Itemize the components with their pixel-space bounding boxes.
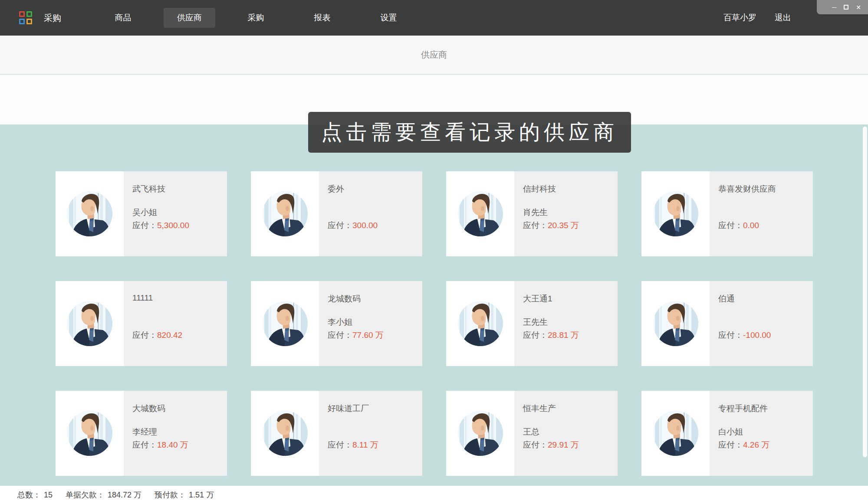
vertical-scrollbar[interactable] bbox=[863, 127, 867, 457]
payable-label: 应付： bbox=[718, 331, 743, 340]
payable-amount: 0.00 bbox=[743, 221, 759, 230]
supplier-payable: 应付：29.91 万 bbox=[523, 439, 579, 451]
nav-item-products[interactable]: 商品 bbox=[90, 0, 156, 36]
supplier-name: 好味道工厂 bbox=[328, 403, 369, 414]
stat-prepay-value: 1.51 万 bbox=[189, 490, 214, 500]
supplier-contact: 李经理 bbox=[132, 426, 157, 438]
nav-item-reports[interactable]: 报表 bbox=[289, 0, 355, 36]
payable-amount: 5,300.00 bbox=[157, 221, 189, 230]
payable-label: 应付： bbox=[328, 440, 352, 449]
avatar bbox=[263, 411, 308, 456]
supplier-list-area: 武飞科技 吴小姐 应付：5,300.00 bbox=[0, 124, 868, 486]
supplier-card[interactable]: 好味道工厂 应付：8.11 万 bbox=[251, 391, 422, 476]
payable-label: 应付： bbox=[132, 440, 157, 449]
supplier-avatar-panel bbox=[56, 281, 124, 366]
supplier-payable: 应付：20.35 万 bbox=[523, 220, 579, 231]
payable-amount: 8.11 万 bbox=[352, 440, 378, 449]
stat-prepay-label: 预付款： bbox=[155, 490, 186, 500]
supplier-contact: 王总 bbox=[523, 426, 539, 438]
stat-debt-label: 单据欠款： bbox=[66, 490, 105, 500]
supplier-name: 恒丰生产 bbox=[523, 403, 556, 414]
supplier-avatar-panel bbox=[446, 281, 514, 366]
supplier-card[interactable]: 武飞科技 吴小姐 应付：5,300.00 bbox=[56, 171, 227, 256]
avatar bbox=[653, 411, 698, 456]
main-nav: 商品 供应商 采购 报表 设置 bbox=[90, 0, 422, 36]
supplier-card[interactable]: 委外 应付：300.00 bbox=[251, 171, 422, 256]
supplier-avatar-panel bbox=[251, 391, 319, 476]
supplier-info-panel: 大王通1 王先生 应付：28.81 万 bbox=[514, 281, 618, 366]
supplier-card[interactable]: 伯通 应付：-100.00 bbox=[641, 281, 813, 366]
page-header: 供应商 bbox=[0, 36, 868, 74]
supplier-card[interactable]: 大城数码 李经理 应付：18.40 万 bbox=[56, 391, 227, 476]
supplier-name: 伯通 bbox=[718, 293, 735, 304]
supplier-contact: 王先生 bbox=[523, 317, 548, 328]
nav-item-suppliers[interactable]: 供应商 bbox=[164, 8, 215, 28]
supplier-info-panel: 委外 应付：300.00 bbox=[319, 171, 422, 256]
supplier-info-panel: 武飞科技 吴小姐 应付：5,300.00 bbox=[124, 171, 227, 256]
supplier-avatar-panel bbox=[251, 281, 319, 366]
logout-button[interactable]: 退出 bbox=[775, 12, 791, 23]
avatar bbox=[67, 301, 112, 346]
avatar bbox=[458, 411, 503, 456]
logo-square-green bbox=[26, 11, 32, 17]
supplier-contact: 李小姐 bbox=[328, 317, 352, 328]
supplier-name: 武飞科技 bbox=[132, 183, 165, 195]
payable-label: 应付： bbox=[718, 221, 743, 230]
supplier-card[interactable]: 专程手机配件 白小姐 应付：4.26 万 bbox=[641, 391, 813, 476]
supplier-card[interactable]: 恭喜发财供应商 应付：0.00 bbox=[641, 171, 813, 256]
supplier-contact: 吴小姐 bbox=[132, 207, 157, 218]
supplier-payable: 应付：28.81 万 bbox=[523, 330, 579, 341]
nav-item-purchase[interactable]: 采购 bbox=[223, 0, 289, 36]
supplier-name: 委外 bbox=[328, 183, 344, 195]
maximize-icon[interactable] bbox=[844, 5, 848, 10]
supplier-avatar-panel bbox=[641, 171, 710, 256]
supplier-name: 大王通1 bbox=[523, 293, 552, 304]
stat-total-value: 15 bbox=[44, 491, 53, 500]
supplier-payable: 应付：5,300.00 bbox=[132, 220, 189, 231]
user-name[interactable]: 百草小罗 bbox=[723, 12, 756, 23]
supplier-name: 11111 bbox=[132, 293, 153, 303]
close-icon[interactable]: ✕ bbox=[856, 4, 861, 10]
nav-item-settings[interactable]: 设置 bbox=[355, 0, 422, 36]
supplier-payable: 应付：18.40 万 bbox=[132, 439, 188, 451]
supplier-card[interactable]: 大王通1 王先生 应付：28.81 万 bbox=[446, 281, 618, 366]
supplier-grid: 武飞科技 吴小姐 应付：5,300.00 bbox=[56, 171, 813, 476]
avatar bbox=[67, 411, 112, 456]
supplier-info-panel: 恒丰生产 王总 应付：29.91 万 bbox=[514, 391, 618, 476]
supplier-card[interactable]: 恒丰生产 王总 应付：29.91 万 bbox=[446, 391, 618, 476]
payable-amount: 77.60 万 bbox=[352, 331, 384, 340]
window-controls: ─ ✕ bbox=[817, 0, 868, 14]
payable-label: 应付： bbox=[718, 440, 743, 449]
payable-amount: 29.91 万 bbox=[548, 440, 579, 449]
avatar bbox=[67, 191, 112, 236]
supplier-avatar-panel bbox=[641, 391, 710, 476]
minimize-icon[interactable]: ─ bbox=[832, 4, 836, 10]
payable-amount: 18.40 万 bbox=[157, 440, 188, 449]
supplier-payable: 应付：4.26 万 bbox=[718, 439, 769, 451]
supplier-avatar-panel bbox=[56, 171, 124, 256]
page-title: 供应商 bbox=[421, 49, 447, 61]
logo-square-red bbox=[19, 11, 25, 17]
payable-label: 应付： bbox=[328, 331, 352, 340]
supplier-info-panel: 专程手机配件 白小姐 应付：4.26 万 bbox=[710, 391, 813, 476]
supplier-info-panel: 伯通 应付：-100.00 bbox=[710, 281, 813, 366]
supplier-card[interactable]: 11111 应付：820.42 bbox=[56, 281, 227, 366]
payable-label: 应付： bbox=[523, 331, 548, 340]
avatar bbox=[653, 191, 698, 236]
app-logo-icon[interactable] bbox=[19, 11, 33, 25]
avatar bbox=[458, 301, 503, 346]
supplier-info-panel: 大城数码 李经理 应付：18.40 万 bbox=[124, 391, 227, 476]
supplier-card[interactable]: 信封科技 肖先生 应付：20.35 万 bbox=[446, 171, 618, 256]
supplier-avatar-panel bbox=[446, 171, 514, 256]
supplier-payable: 应付：77.60 万 bbox=[328, 330, 384, 341]
supplier-name: 信封科技 bbox=[523, 183, 556, 195]
payable-label: 应付： bbox=[328, 221, 352, 230]
avatar bbox=[263, 191, 308, 236]
supplier-avatar-panel bbox=[446, 391, 514, 476]
supplier-contact: 肖先生 bbox=[523, 207, 548, 218]
supplier-name: 大城数码 bbox=[132, 403, 165, 414]
supplier-card[interactable]: 龙城数码 李小姐 应付：77.60 万 bbox=[251, 281, 422, 366]
supplier-payable: 应付：-100.00 bbox=[718, 330, 771, 341]
topbar: 采购 商品 供应商 采购 报表 设置 百草小罗 退出 ─ ✕ bbox=[0, 0, 868, 36]
supplier-info-panel: 恭喜发财供应商 应付：0.00 bbox=[710, 171, 813, 256]
